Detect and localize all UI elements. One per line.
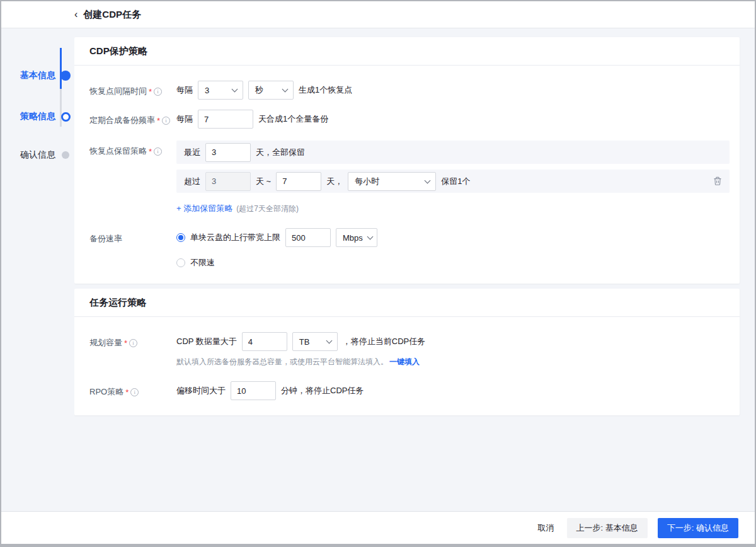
- step-done-icon: [60, 71, 71, 81]
- prefix-text: 每隔: [176, 113, 193, 125]
- over-from-days-input[interactable]: [205, 172, 251, 191]
- prefix-text: 超过: [184, 176, 200, 187]
- label-text: RPO策略: [89, 386, 123, 398]
- suffix-text: ，将停止当前CDP任务: [343, 336, 425, 347]
- step-label: 确认信息: [20, 149, 55, 161]
- info-icon[interactable]: [162, 117, 170, 125]
- chevron-down-icon: [425, 177, 431, 183]
- interval-value-select[interactable]: 3: [198, 81, 243, 100]
- select-value: 每小时: [355, 176, 379, 187]
- retention-policy-row: 恢复点保留策略 * 最近 天，全部保留 超过: [89, 141, 730, 214]
- over-to-days-input[interactable]: [276, 172, 321, 191]
- radio-unselected-icon[interactable]: [176, 258, 185, 267]
- prefix-text: CDP 数据量大于: [176, 336, 237, 347]
- retention-frequency-select[interactable]: 每小时: [348, 172, 436, 191]
- interval-unit-select[interactable]: 秒: [248, 81, 294, 100]
- stepper-step-basic-info[interactable]: 基本信息: [20, 70, 71, 81]
- required-asterisk: *: [124, 338, 127, 348]
- cancel-button[interactable]: 取消: [536, 518, 557, 538]
- suffix-text: 天合成1个全量备份: [258, 113, 328, 125]
- add-retention-policy-link[interactable]: + 添加保留策略: [176, 203, 232, 214]
- prefix-text: 最近: [184, 147, 200, 158]
- info-icon[interactable]: [130, 388, 139, 396]
- field-label-rpo-policy: RPO策略 *: [89, 381, 176, 398]
- recent-days-input[interactable]: [205, 143, 251, 162]
- page-header: ‹ 创建CDP任务: [1, 1, 755, 28]
- card-title: CDP保护策略: [89, 45, 147, 57]
- wizard-stepper: 基本信息 策略信息 确认信息: [1, 28, 74, 511]
- bandwidth-limit-input[interactable]: [285, 228, 331, 247]
- suffix-text: 分钟，将停止CDP任务: [281, 385, 364, 396]
- footer-action-bar: 取消 上一步: 基本信息 下一步: 确认信息: [1, 511, 755, 544]
- step-pending-icon: [60, 150, 71, 160]
- field-label-planned-capacity: 规划容量 *: [89, 332, 176, 348]
- chevron-down-icon: [282, 86, 289, 93]
- retention-over-rule-row: 超过 天 ~ 天， 每小时 保留1个: [176, 170, 730, 193]
- field-control: 最近 天，全部保留 超过 天 ~ 天，: [176, 141, 730, 214]
- required-asterisk: *: [125, 388, 129, 397]
- suffix-text: 保留1个: [441, 176, 470, 187]
- capacity-unit-select[interactable]: TB: [292, 332, 338, 351]
- info-icon[interactable]: [154, 88, 162, 96]
- suffix-text: 生成1个恢复点: [299, 84, 352, 96]
- planned-capacity-row: 规划容量 * CDP 数据量大于 TB: [89, 332, 730, 367]
- stepper-step-policy-info[interactable]: 策略信息: [20, 111, 71, 122]
- field-label-backup-rate: 备份速率: [89, 228, 176, 245]
- retention-note: (超过7天全部清除): [236, 204, 299, 214]
- card-header: CDP保护策略: [74, 37, 740, 66]
- card-title: 任务运行策略: [89, 297, 146, 309]
- rate-unlimited-option-row: 不限速: [176, 257, 730, 268]
- bandwidth-unit-select[interactable]: Mbps: [336, 228, 377, 247]
- option-label: 单块云盘的上行带宽上限: [190, 232, 280, 243]
- retention-recent-rule-row: 最近 天，全部保留: [176, 141, 730, 164]
- stepper-track-done: [60, 48, 62, 89]
- main-area: CDP保护策略 恢复点间隔时间 * 每隔: [74, 28, 755, 511]
- select-value: 3: [205, 86, 209, 95]
- trash-icon: [713, 176, 722, 186]
- info-icon[interactable]: [154, 147, 162, 156]
- capacity-value-input[interactable]: [242, 332, 287, 351]
- task-running-policy-card: 任务运行策略 规划容量 * CDP 数据量大于: [74, 289, 740, 415]
- suffix-text: 天，全部保留: [256, 147, 305, 158]
- recovery-interval-row: 恢复点间隔时间 * 每隔 3: [89, 81, 730, 100]
- required-asterisk: *: [149, 147, 152, 156]
- frequency-days-input[interactable]: [198, 110, 253, 129]
- prefix-text: 每隔: [176, 84, 193, 96]
- add-retention-row: + 添加保留策略 (超过7天全部清除): [176, 203, 730, 214]
- field-label-synthetic-frequency: 定期合成备份频率 *: [89, 110, 176, 126]
- prefix-text: 偏移时间大于: [176, 385, 226, 396]
- radio-selected-icon[interactable]: [176, 233, 185, 242]
- next-step-button[interactable]: 下一步: 确认信息: [658, 518, 738, 538]
- select-value: TB: [299, 337, 310, 347]
- capacity-helper-row: 默认填入所选备份服务器总容量，或使用云平台智能算法填入。 一键填入: [176, 357, 730, 367]
- stepper-step-confirm-info[interactable]: 确认信息: [20, 149, 71, 161]
- rate-limit-option-row: 单块云盘的上行带宽上限 Mbps: [176, 228, 730, 247]
- label-text: 恢复点间隔时间: [89, 86, 147, 97]
- delete-rule-button[interactable]: [713, 176, 722, 186]
- field-control: 单块云盘的上行带宽上限 Mbps 不限速: [176, 228, 730, 268]
- select-value: 秒: [255, 84, 263, 96]
- card-header: 任务运行策略: [74, 289, 740, 317]
- info-icon[interactable]: [129, 339, 137, 347]
- select-value: Mbps: [343, 233, 363, 243]
- prev-step-button[interactable]: 上一步: 基本信息: [567, 518, 648, 538]
- mid-text: 天 ~: [256, 176, 271, 187]
- step-label: 基本信息: [20, 70, 55, 81]
- label-text: 规划容量: [89, 337, 122, 348]
- rpo-minutes-input[interactable]: [231, 381, 276, 400]
- one-click-fill-link[interactable]: 一键填入: [389, 357, 420, 367]
- required-asterisk: *: [149, 87, 152, 96]
- card-body: 恢复点间隔时间 * 每隔 3: [74, 66, 740, 284]
- field-control: CDP 数据量大于 TB ，将停止当前CDP任务 默认填入所选备份服务器总容量，…: [176, 332, 730, 367]
- field-label-retention-policy: 恢复点保留策略 *: [89, 141, 176, 157]
- backup-rate-row: 备份速率 单块云盘的上行带宽上限 Mbps: [89, 228, 730, 268]
- field-control: 每隔 3 秒 生成1个恢复点: [176, 81, 730, 100]
- label-text: 恢复点保留策略: [89, 146, 147, 157]
- step-current-icon: [60, 112, 71, 122]
- label-text: 备份速率: [89, 233, 122, 245]
- field-label-recovery-interval: 恢复点间隔时间 *: [89, 81, 176, 97]
- card-body: 规划容量 * CDP 数据量大于 TB: [74, 317, 740, 415]
- back-icon[interactable]: ‹: [74, 9, 77, 20]
- cdp-protection-policy-card: CDP保护策略 恢复点间隔时间 * 每隔: [74, 37, 740, 284]
- synthetic-frequency-row: 定期合成备份频率 * 每隔 天合成1个全量备份: [89, 110, 730, 129]
